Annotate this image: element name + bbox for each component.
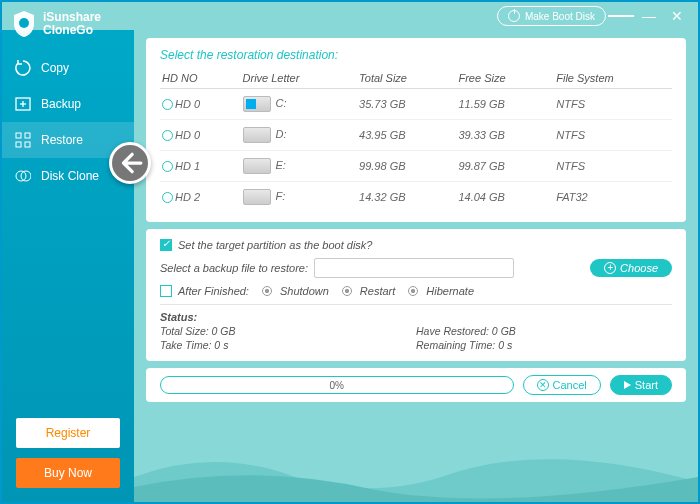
row-radio[interactable] [162,130,173,141]
svg-rect-5 [25,133,30,138]
shutdown-label: Shutdown [280,285,329,297]
table-row[interactable]: HD 0D:43.95 GB39.33 GBNTFS [160,120,672,151]
shutdown-radio[interactable] [262,286,272,296]
after-finished-checkbox[interactable] [160,285,172,297]
row-radio[interactable] [162,192,173,203]
sidebar-label: Copy [41,61,69,75]
col-free: Free Size [456,68,554,89]
cell-total: 14.32 GB [357,182,456,213]
cell-free: 99.87 GB [456,151,554,182]
cell-fs: NTFS [554,151,672,182]
status-grid: Total Size: 0 GB Have Restored: 0 GB Tak… [160,325,672,351]
sidebar-label: Disk Clone [41,169,99,183]
boot-disk-label: Set the target partition as the boot dis… [178,239,372,251]
cell-free: 39.33 GB [456,120,554,151]
progress-bar: 0% [160,376,514,394]
plus-icon: + [604,262,616,274]
table-row[interactable]: HD 2F:14.32 GB14.04 GBFAT32 [160,182,672,213]
start-button[interactable]: Start [610,375,672,395]
start-label: Start [635,379,658,391]
register-button[interactable]: Register [16,418,120,448]
choose-label: Choose [620,262,658,274]
app-window: Make Boot Disk — ✕ iSunshareCloneGo Copy… [0,0,700,504]
status-total: Total Size: 0 GB [160,325,416,337]
options-panel: Set the target partition as the boot dis… [146,229,686,361]
cell-fs: FAT32 [554,182,672,213]
cell-fs: NTFS [554,120,672,151]
copy-icon [14,59,32,77]
arrow-annotation [109,142,151,184]
cell-total: 35.73 GB [357,89,456,120]
cell-total: 99.98 GB [357,151,456,182]
cell-fs: NTFS [554,89,672,120]
sidebar: iSunshareCloneGo Copy Backup Restore [2,30,134,502]
row-radio[interactable] [162,99,173,110]
sidebar-item-copy[interactable]: Copy [2,50,134,86]
restore-icon [14,131,32,149]
x-icon: ✕ [537,379,549,391]
buy-now-button[interactable]: Buy Now [16,458,120,488]
sidebar-label: Backup [41,97,81,111]
svg-rect-4 [16,133,21,138]
cell-free: 14.04 GB [456,182,554,213]
menu-button[interactable] [608,5,634,27]
sidebar-label: Restore [41,133,83,147]
logo-text: iSunshareCloneGo [43,11,101,37]
after-finished-label: After Finished: [178,285,249,297]
choose-button[interactable]: + Choose [590,259,672,277]
row-radio[interactable] [162,161,173,172]
status-label: Status: [160,311,672,323]
cell-total: 43.95 GB [357,120,456,151]
table-row[interactable]: HD 1E:99.98 GB99.87 GBNTFS [160,151,672,182]
play-icon [624,381,631,389]
close-button[interactable]: ✕ [664,5,690,27]
app-logo: iSunshareCloneGo [2,6,134,50]
destination-panel: Select the restoration destination: HD N… [146,38,686,222]
select-backup-label: Select a backup file to restore: [160,262,308,274]
progress-panel: 0% ✕ Cancel Start [146,368,686,402]
shield-icon [12,10,36,38]
col-drive: Drive Letter [241,68,358,89]
app-body: iSunshareCloneGo Copy Backup Restore [2,30,698,502]
make-boot-disk-label: Make Boot Disk [525,11,595,22]
minimize-button[interactable]: — [636,5,662,27]
panel-title: Select the restoration destination: [160,48,672,62]
backup-file-input[interactable] [314,258,514,278]
svg-point-0 [19,18,29,28]
table-row[interactable]: HD 0C:35.73 GB11.59 GBNTFS [160,89,672,120]
col-total: Total Size [357,68,456,89]
boot-disk-checkbox[interactable] [160,239,172,251]
drive-icon [243,96,271,112]
svg-rect-6 [16,142,21,147]
status-restored: Have Restored: 0 GB [416,325,672,337]
col-hdno: HD NO [160,68,241,89]
make-boot-disk-button[interactable]: Make Boot Disk [497,6,606,26]
progress-pct: 0% [330,380,344,391]
restart-label: Restart [360,285,395,297]
power-icon [508,10,520,22]
hibernate-radio[interactable] [408,286,418,296]
disk-table: HD NO Drive Letter Total Size Free Size … [160,68,672,212]
hills-decor [134,442,698,502]
col-fs: File System [554,68,672,89]
main-content: Select the restoration destination: HD N… [134,30,698,502]
status-remain: Remaining Time: 0 s [416,339,672,351]
cancel-label: Cancel [553,379,587,391]
restart-radio[interactable] [342,286,352,296]
backup-icon [14,95,32,113]
disk-clone-icon [14,167,32,185]
hibernate-label: Hibernate [426,285,474,297]
sidebar-item-backup[interactable]: Backup [2,86,134,122]
cancel-button[interactable]: ✕ Cancel [523,375,601,395]
drive-icon [243,127,271,143]
status-take: Take Time: 0 s [160,339,416,351]
svg-rect-7 [25,142,30,147]
cell-free: 11.59 GB [456,89,554,120]
drive-icon [243,158,271,174]
drive-icon [243,189,271,205]
